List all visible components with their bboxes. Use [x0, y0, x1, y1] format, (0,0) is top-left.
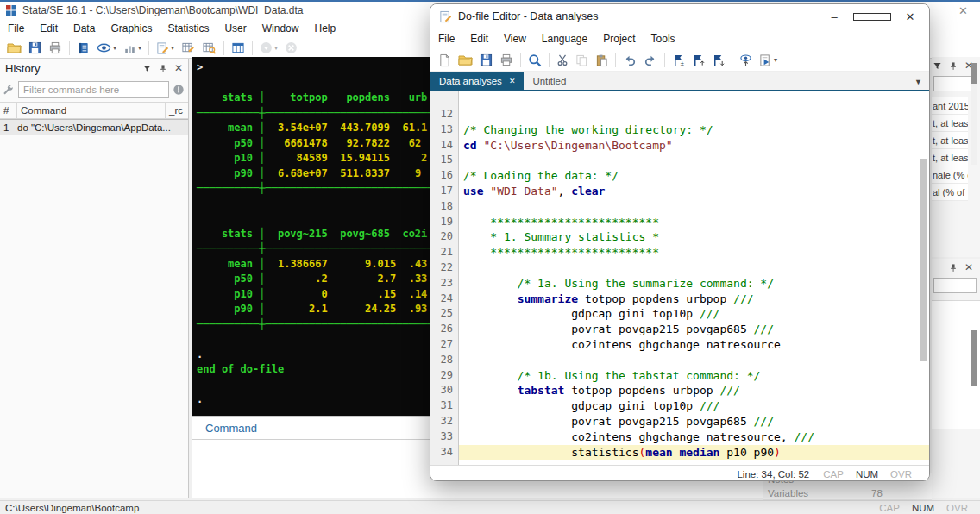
main-menu-graphics[interactable]: Graphics — [103, 21, 160, 36]
editor-menu-language[interactable]: Language — [534, 31, 595, 47]
cut-button[interactable] — [554, 53, 571, 68]
save-button[interactable] — [26, 41, 44, 55]
code-line-32[interactable]: 32 povrat povgap215 povgap685 /// — [430, 414, 929, 429]
history-row[interactable]: 1do "C:\Users\Dingeman\AppData... — [0, 119, 188, 135]
main-menu-user[interactable]: User — [217, 21, 254, 36]
main-menu-data[interactable]: Data — [66, 21, 103, 36]
minimize-button[interactable]: – — [815, 10, 853, 23]
code-line-25[interactable]: 25 gdpcap gini top10p /// — [430, 306, 929, 322]
code-line-16[interactable]: 16/* Loading the data: */ — [430, 168, 929, 184]
code-line-17[interactable]: 17use "WDI_Data", clear — [430, 184, 929, 199]
filter-icon[interactable] — [933, 61, 942, 71]
paste-button[interactable] — [593, 53, 611, 68]
main-menu-window[interactable]: Window — [254, 21, 307, 36]
variable-item[interactable]: ant 2015 — [932, 97, 968, 115]
print-button[interactable] — [497, 53, 516, 67]
code-line-19[interactable]: 19 ************************* — [430, 215, 929, 230]
variable-item[interactable]: nale (% c — [932, 166, 968, 184]
code-line-23[interactable]: 23 /* 1a. Using the summarize command: *… — [430, 276, 929, 291]
close-icon[interactable]: ✕ — [174, 62, 183, 74]
redo-button[interactable] — [641, 53, 660, 67]
editor-menu-project[interactable]: Project — [595, 31, 643, 47]
tab-untitled[interactable]: Untitled — [524, 72, 575, 90]
main-menu-statistics[interactable]: Statistics — [160, 21, 217, 36]
code-line-13[interactable]: 13/* Changing the working directory: */ — [430, 122, 929, 138]
graph-button[interactable]: ▾ — [121, 41, 144, 55]
wrench-icon[interactable] — [2, 84, 15, 97]
code-line-33[interactable]: 33 co2intens ghgchange natresource, /// — [430, 429, 929, 445]
code-line-30[interactable]: 30 tabstat totpop popdens urbpop /// — [430, 383, 929, 398]
close-icon[interactable]: ✕ — [964, 261, 973, 273]
bookmark-toggle-button[interactable]: ± — [669, 53, 688, 68]
filter-icon[interactable] — [142, 64, 152, 73]
code-line-29[interactable]: 29 /* 1b. Using the tabstat command: */ — [430, 368, 929, 384]
code-editor-area[interactable]: 12 13/* Changing the working directory: … — [430, 91, 929, 465]
bookmark-next-button[interactable] — [709, 53, 727, 68]
copy-button[interactable] — [573, 53, 591, 68]
break-x-button[interactable] — [282, 41, 300, 55]
close-button[interactable]: ✕ — [891, 10, 929, 23]
code-line-31[interactable]: 31 gdpcap gini top10p /// — [430, 398, 929, 414]
log-button[interactable] — [74, 41, 92, 56]
code-line-24[interactable]: 24 summarize totpop popdens urbpop /// — [430, 291, 929, 307]
caret-down-icon[interactable]: ▾ — [138, 44, 141, 52]
properties-scrollbar[interactable] — [971, 330, 977, 386]
pin-icon[interactable] — [949, 61, 958, 71]
editor-scrollbar[interactable] — [920, 159, 927, 361]
pin-icon[interactable] — [159, 64, 167, 73]
code-line-20[interactable]: 20 * 1. Summary statistics * — [430, 229, 929, 245]
maximize-button[interactable] — [853, 10, 891, 23]
variable-item[interactable]: t, at leas — [932, 149, 968, 166]
viewer-eye-button[interactable]: ▾ — [94, 41, 119, 54]
pin-icon[interactable] — [949, 263, 958, 273]
code-line-22[interactable]: 22 — [430, 260, 929, 276]
info-icon[interactable] — [173, 84, 185, 96]
code-line-27[interactable]: 27 co2intens ghgchange natresource — [430, 337, 929, 353]
editor-menu-view[interactable]: View — [496, 31, 534, 47]
code-line-21[interactable]: 21 ************************* — [430, 245, 929, 260]
data-editor-button[interactable] — [179, 41, 198, 55]
caret-down-icon[interactable]: ▾ — [113, 44, 116, 52]
tab-list-caret-icon[interactable]: ▼ — [914, 78, 922, 86]
do-editor-button[interactable]: ▾ — [154, 41, 177, 56]
main-menu-help[interactable]: Help — [306, 21, 343, 36]
bookmark-prev-button[interactable] — [689, 53, 707, 68]
variable-item[interactable]: t, at leas — [932, 132, 968, 149]
undo-button[interactable] — [620, 53, 639, 67]
code-line-14[interactable]: 14cd "C:\Users\Dingeman\Bootcamp" — [430, 138, 929, 154]
editor-menu-edit[interactable]: Edit — [462, 31, 496, 47]
open-folder-button[interactable] — [455, 53, 475, 67]
new-file-button[interactable] — [436, 53, 454, 68]
run-do-button[interactable]: ▾ — [757, 53, 780, 68]
editor-menu-file[interactable]: File — [430, 31, 462, 47]
more-down-button[interactable]: ▾ — [257, 41, 280, 55]
caret-down-icon[interactable]: ▾ — [774, 56, 777, 64]
main-close-button[interactable]: ✕ — [958, 4, 968, 17]
variable-item[interactable]: t, at leas — [932, 115, 968, 132]
print-button[interactable] — [46, 41, 65, 55]
history-col-num[interactable]: # — [0, 103, 17, 118]
tab-close-icon[interactable]: ✕ — [509, 77, 516, 85]
caret-down-icon[interactable]: ▾ — [171, 44, 174, 52]
editor-menu-tools[interactable]: Tools — [644, 31, 683, 47]
history-filter-input[interactable] — [18, 81, 169, 98]
history-col-rc[interactable]: _rc — [166, 103, 188, 118]
main-menu-file[interactable]: File — [0, 21, 32, 36]
preview-button[interactable] — [737, 53, 755, 68]
caret-down-icon[interactable]: ▾ — [274, 44, 278, 52]
code-line-12[interactable]: 12 — [430, 107, 929, 122]
tab-data-analyses[interactable]: Data analyses✕ — [430, 72, 524, 90]
code-line-15[interactable]: 15 — [430, 153, 929, 168]
variables-manager-button[interactable] — [229, 41, 248, 55]
open-folder-button[interactable] — [4, 41, 24, 55]
history-col-command[interactable]: Command — [17, 103, 166, 118]
code-line-28[interactable]: 28 — [430, 353, 929, 368]
data-browser-button[interactable] — [199, 41, 219, 55]
code-line-26[interactable]: 26 povrat povgap215 povgap685 /// — [430, 322, 929, 337]
variables-scrollbar[interactable] — [971, 63, 977, 165]
editor-titlebar[interactable]: Do-file Editor - Data analyses – ✕ — [430, 4, 929, 28]
variable-item[interactable]: al (% of — [932, 184, 968, 201]
find-button[interactable] — [525, 53, 544, 68]
save-button[interactable] — [477, 53, 495, 67]
code-line-18[interactable]: 18 — [430, 199, 929, 215]
